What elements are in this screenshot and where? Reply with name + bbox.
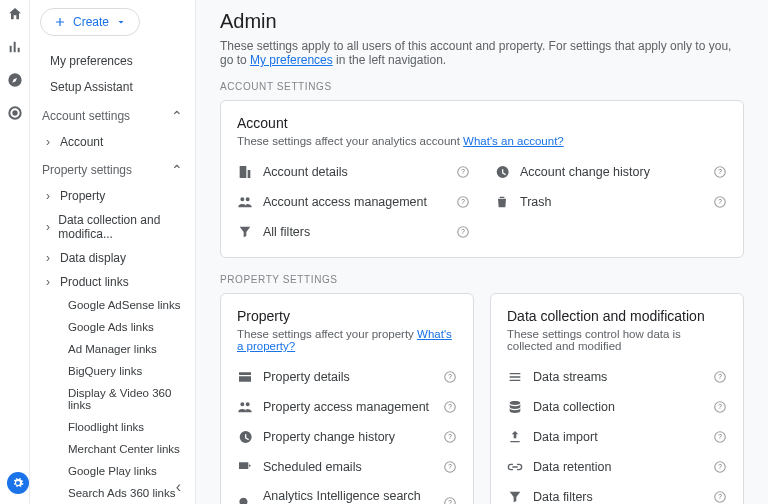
whats-an-account-link[interactable]: What's an account? [463,135,564,147]
sidebar-link-search-ads-360[interactable]: Search Ads 360 links [30,482,195,504]
home-icon[interactable] [7,6,23,25]
nav-rail [0,0,30,504]
card-desc: These settings affect your analytics acc… [237,135,727,147]
my-preferences-link[interactable]: My preferences [250,53,333,67]
history-icon [237,429,253,445]
help-icon: ? [456,165,470,179]
svg-text:?: ? [461,168,465,175]
sidebar-item-my-preferences[interactable]: My preferences [30,48,195,74]
row-data-retention[interactable]: Data retention? [507,452,727,482]
sidebar-heading-account-settings[interactable]: Account settings ⌃ [30,100,195,130]
chevron-up-icon: ⌃ [171,162,183,178]
sidebar-link-google-ads[interactable]: Google Ads links [30,316,195,338]
property-card: Property These settings affect your prop… [220,293,474,504]
sidebar: Create My preferences Setup Assistant Ac… [30,0,196,504]
create-label: Create [73,15,109,29]
account-card: Account These settings affect your analy… [220,100,744,258]
plus-icon [53,15,67,29]
sidebar-heading-property-settings[interactable]: Property settings ⌃ [30,154,195,184]
card-title: Property [237,308,457,324]
sidebar-item-property[interactable]: Property [30,184,195,208]
main-content: Admin These settings apply to all users … [196,0,768,504]
svg-text:?: ? [448,373,452,380]
intro-text: These settings apply to all users of thi… [220,39,744,67]
row-data-collection[interactable]: Data collection? [507,392,727,422]
svg-text:?: ? [718,463,722,470]
svg-text:?: ? [718,198,722,205]
card-icon [237,369,253,385]
row-trash[interactable]: Trash? [494,187,727,217]
link-icon [507,459,523,475]
help-icon: ? [443,460,457,474]
history-icon [494,164,510,180]
row-account-details[interactable]: Account details? [237,157,470,187]
help-icon: ? [713,165,727,179]
row-scheduled-emails[interactable]: Scheduled emails? [237,452,457,482]
trash-icon [494,194,510,210]
svg-text:?: ? [461,228,465,235]
section-label-account: ACCOUNT SETTINGS [220,81,744,92]
row-intelligence-history[interactable]: Analytics Intelligence search history? [237,482,457,504]
create-button[interactable]: Create [40,8,140,36]
help-icon: ? [713,370,727,384]
svg-text:?: ? [718,403,722,410]
sidebar-item-data-display[interactable]: Data display [30,246,195,270]
row-data-import[interactable]: Data import? [507,422,727,452]
help-icon: ? [456,225,470,239]
help-icon: ? [443,400,457,414]
people-icon [237,399,253,415]
card-title: Data collection and modification [507,308,727,324]
svg-text:?: ? [448,463,452,470]
card-title: Account [237,115,727,131]
building-icon [237,164,253,180]
svg-text:?: ? [718,373,722,380]
help-icon: ? [713,430,727,444]
sidebar-link-bigquery[interactable]: BigQuery links [30,360,195,382]
filter-icon [507,489,523,504]
svg-text:?: ? [448,499,452,504]
database-icon [507,399,523,415]
chevron-down-icon [115,16,127,28]
upload-icon [507,429,523,445]
help-icon: ? [443,496,457,504]
admin-gear-button[interactable] [7,472,29,494]
sidebar-link-google-play[interactable]: Google Play links [30,460,195,482]
help-icon: ? [443,370,457,384]
row-account-history[interactable]: Account change history? [494,157,727,187]
card-desc: These settings control how data is colle… [507,328,727,352]
sidebar-link-dv360[interactable]: Display & Video 360 links [30,382,195,416]
people-icon [237,194,253,210]
svg-text:?: ? [448,433,452,440]
svg-text:?: ? [718,433,722,440]
sidebar-item-data-collection[interactable]: Data collection and modifica... [30,208,195,246]
target-icon[interactable] [7,105,23,124]
filter-icon [237,224,253,240]
svg-text:?: ? [461,198,465,205]
page-title: Admin [220,10,744,33]
sidebar-item-setup-assistant[interactable]: Setup Assistant [30,74,195,100]
sidebar-link-ad-manager[interactable]: Ad Manager links [30,338,195,360]
compass-icon[interactable] [7,72,23,91]
sidebar-item-account[interactable]: Account [30,130,195,154]
sidebar-link-adsense[interactable]: Google AdSense links [30,294,195,316]
svg-text:?: ? [718,493,722,500]
row-property-history[interactable]: Property change history? [237,422,457,452]
sidebar-link-merchant-center[interactable]: Merchant Center links [30,438,195,460]
help-icon: ? [443,430,457,444]
bar-chart-icon[interactable] [7,39,23,58]
row-account-access[interactable]: Account access management? [237,187,470,217]
row-all-filters[interactable]: All filters? [237,217,470,247]
streams-icon [507,369,523,385]
row-property-access[interactable]: Property access management? [237,392,457,422]
row-data-streams[interactable]: Data streams? [507,362,727,392]
help-icon: ? [713,490,727,504]
sidebar-link-floodlight[interactable]: Floodlight links [30,416,195,438]
row-data-filters[interactable]: Data filters? [507,482,727,504]
svg-text:?: ? [718,168,722,175]
row-property-details[interactable]: Property details? [237,362,457,392]
collapse-sidebar-button[interactable]: ‹ [176,478,181,496]
sidebar-item-product-links[interactable]: Product links [30,270,195,294]
chevron-up-icon: ⌃ [171,108,183,124]
help-icon: ? [713,460,727,474]
schedule-icon [237,459,253,475]
